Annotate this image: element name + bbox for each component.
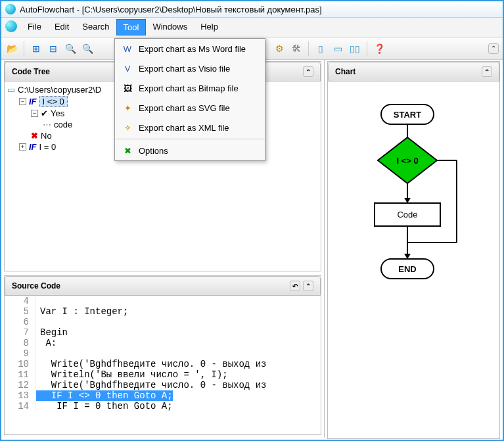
chart-body[interactable]: START I <> 0 Code END: [328, 81, 499, 438]
app-logo-icon: [5, 4, 16, 14]
export-svg[interactable]: ✦Export chart as SVG file: [115, 98, 265, 118]
chart-header: Chart ⌃: [328, 62, 499, 81]
menubar: File Edit Search Tool Windows Help: [1, 18, 503, 37]
source-code-body[interactable]: 4 5Var I : Integer; 6 7Begin 8 A: 9 10 W…: [5, 296, 321, 434]
menu-tool[interactable]: Tool: [116, 19, 147, 35]
window-title: AutoFlowchart - [C:\Users\copyuser2\Desk…: [20, 5, 322, 14]
menu-search[interactable]: Search: [76, 19, 116, 35]
code-line: [36, 317, 40, 327]
undo-icon[interactable]: ↶: [290, 281, 300, 291]
line-number: 8: [5, 338, 36, 348]
line-number: 12: [5, 380, 36, 390]
separator: [308, 41, 309, 56]
code-tree-title: Code Tree: [12, 67, 50, 76]
open-icon[interactable]: 📂: [5, 42, 18, 55]
layout-icon-2[interactable]: ▭: [331, 42, 344, 55]
bitmap-icon: 🖼: [122, 82, 133, 94]
source-code-title: Source Code: [12, 281, 60, 290]
tree-if2-label: I = 0: [39, 142, 57, 152]
line-number: 4: [5, 296, 36, 306]
process-label: Code: [397, 210, 417, 220]
chart-panel: Chart ⌃ START I <> 0 Code: [327, 61, 500, 439]
file-icon: ▭: [7, 85, 15, 95]
code-line: Var I : Integer;: [36, 306, 128, 317]
tool-icon-1[interactable]: ⚙: [273, 42, 286, 55]
panel-collapse-icon[interactable]: ⌃: [303, 281, 313, 291]
panel-collapse-icon[interactable]: ⌃: [303, 66, 313, 77]
line-number: 7: [5, 327, 36, 338]
code-line: Write('Bghdfhведите число. 0 - выход из: [36, 380, 266, 390]
code-line: Writeln('Вы ввели число = ', I);: [36, 369, 228, 380]
svg-marker-2: [404, 198, 411, 203]
tool-icon-2[interactable]: 🛠: [290, 42, 303, 55]
visio-icon: V: [122, 62, 133, 74]
tree-yes-label: Yes: [51, 108, 64, 118]
code-line: IF I = 0 then Goto A;: [36, 401, 173, 411]
code-line: [36, 296, 40, 306]
check-icon: ✔: [41, 108, 48, 118]
options[interactable]: ✖Options: [115, 141, 265, 160]
tree-code-label: code: [54, 120, 72, 129]
minus-icon[interactable]: −: [31, 110, 38, 117]
if-icon: IF: [29, 142, 37, 152]
panel-collapse-icon[interactable]: ⌃: [482, 66, 492, 77]
expand-icon[interactable]: ⊞: [30, 42, 43, 55]
tree-no-label: No: [41, 131, 52, 141]
start-label: START: [393, 110, 421, 120]
tool-dropdown: WExport chart as Ms Word file VExport ch…: [114, 38, 265, 161]
layout-icon-3[interactable]: ▯▯: [348, 42, 361, 55]
end-label: END: [398, 264, 416, 274]
line-number: 9: [5, 348, 36, 359]
export-visio-label: Export chart as Visio file: [139, 64, 230, 74]
code-line: [36, 348, 40, 359]
export-xml-label: Export chart as XML file: [139, 123, 229, 133]
code-line: Begin: [36, 327, 68, 338]
code-icon: ⋯: [43, 120, 51, 129]
source-code-header: Source Code ↶⌃: [5, 276, 321, 296]
svg-marker-4: [404, 254, 411, 259]
menu-windows[interactable]: Windows: [146, 19, 194, 35]
menu-edit[interactable]: Edit: [48, 19, 76, 35]
decision-label: I <> 0: [396, 156, 418, 166]
cross-icon: ✖: [31, 131, 38, 141]
code-line-highlighted: IF I <> 0 then Goto A;: [36, 390, 173, 401]
minus-icon[interactable]: −: [19, 98, 26, 105]
line-number: 14: [5, 401, 36, 411]
export-word-label: Export chart as Ms Word file: [139, 44, 246, 54]
word-icon: W: [122, 43, 133, 55]
svg-icon: ✦: [122, 102, 133, 114]
plus-icon[interactable]: +: [19, 143, 26, 151]
export-bitmap[interactable]: 🖼Export chart as Bitmap file: [115, 78, 265, 98]
line-number: 5: [5, 306, 36, 317]
zoom-in-icon[interactable]: 🔍: [64, 42, 77, 55]
separator: [115, 139, 265, 139]
help-icon[interactable]: ❓: [373, 42, 386, 55]
app-menu-icon[interactable]: [5, 20, 17, 32]
if-icon: IF: [29, 97, 37, 106]
layout-icon-1[interactable]: ▯: [314, 42, 327, 55]
export-word[interactable]: WExport chart as Ms Word file: [115, 39, 265, 58]
export-svg-label: Export chart as SVG file: [139, 103, 230, 113]
separator: [24, 41, 24, 56]
options-icon: ✖: [122, 145, 133, 156]
collapse-toolbar-icon[interactable]: ⌃: [488, 43, 499, 54]
zoom-out-icon[interactable]: 🔍: [81, 42, 94, 55]
export-bitmap-label: Export chart as Bitmap file: [139, 83, 239, 93]
line-number: 6: [5, 317, 36, 327]
options-label: Options: [139, 146, 168, 156]
flowchart-svg: START I <> 0 Code END: [348, 101, 480, 312]
tree-if1-label: I <> 0: [39, 96, 68, 107]
chart-title: Chart: [335, 67, 355, 76]
export-visio[interactable]: VExport chart as Visio file: [115, 58, 265, 78]
collapse-icon[interactable]: ⊟: [47, 42, 60, 55]
line-number: 13: [5, 390, 36, 401]
menu-help[interactable]: Help: [194, 19, 225, 35]
code-line: A:: [36, 338, 57, 348]
code-line: Write('Bghdfhведите число. 0 - выход из: [36, 359, 266, 369]
source-code-panel: Source Code ↶⌃ 4 5Var I : Integer; 6 7Be…: [4, 275, 321, 435]
line-number: 11: [5, 369, 36, 380]
xml-icon: ⟡: [122, 122, 133, 133]
line-number: 10: [5, 359, 36, 369]
export-xml[interactable]: ⟡Export chart as XML file: [115, 118, 265, 137]
menu-file[interactable]: File: [21, 19, 48, 35]
